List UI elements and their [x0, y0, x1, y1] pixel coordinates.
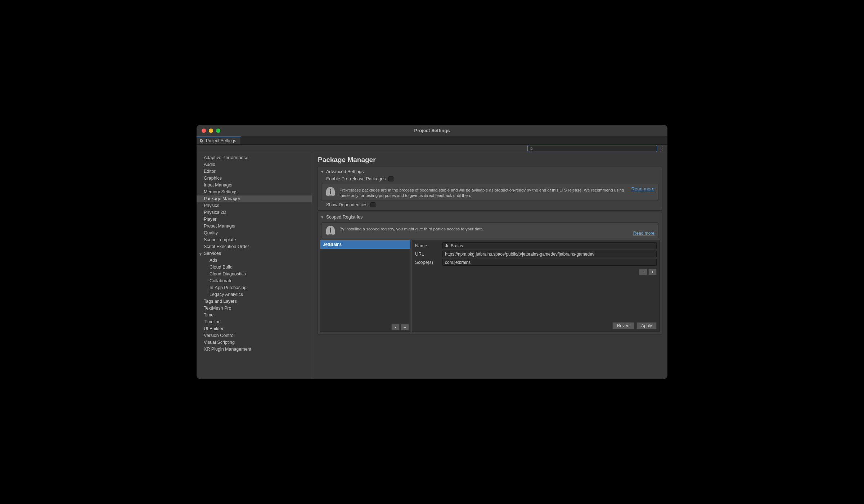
- prerelease-info-text: Pre-release packages are in the process …: [339, 186, 654, 198]
- sidebar-item-audio[interactable]: Audio: [197, 161, 312, 168]
- sidebar-item-label: Timeline: [204, 319, 221, 324]
- remove-scope-button[interactable]: -: [639, 269, 647, 275]
- sidebar-item-editor[interactable]: Editor: [197, 168, 312, 175]
- sidebar-item-preset-manager[interactable]: Preset Manager: [197, 223, 312, 230]
- scoped-info-box: By installing a scoped registry, you mig…: [321, 222, 658, 238]
- more-options-button[interactable]: ⋮: [659, 145, 665, 152]
- collapse-arrow-icon: ▼: [320, 170, 324, 174]
- scoped-info-text: By installing a scoped registry, you mig…: [339, 225, 484, 232]
- sidebar-item-quality[interactable]: Quality: [197, 230, 312, 237]
- sidebar-item-label: Services: [204, 251, 221, 256]
- sidebar-item-physics[interactable]: Physics: [197, 202, 312, 209]
- sidebar-item-label: TextMesh Pro: [204, 306, 231, 311]
- sidebar-item-label: UI Builder: [204, 326, 224, 331]
- sidebar-item-label: Quality: [204, 230, 218, 235]
- scoped-registries-header[interactable]: ▼ Scoped Registries: [320, 214, 660, 221]
- sidebar-item-graphics[interactable]: Graphics: [197, 175, 312, 182]
- project-settings-window: Project Settings Project Settings ⋮ Adap…: [197, 125, 667, 379]
- enable-prerelease-checkbox[interactable]: [388, 176, 393, 181]
- sidebar-item-scene-template[interactable]: Scene Template: [197, 237, 312, 243]
- sidebar-item-cloud-diagnostics[interactable]: Cloud Diagnostics: [197, 271, 312, 278]
- sidebar-item-adaptive-performance[interactable]: Adaptive Performance: [197, 154, 312, 161]
- enable-prerelease-row: Enable Pre-release Packages: [320, 176, 660, 182]
- sidebar-item-time[interactable]: Time: [197, 312, 312, 319]
- sidebar-item-label: Editor: [204, 169, 216, 174]
- registry-body: JetBrains - + Name URL: [320, 240, 660, 332]
- svg-point-4: [330, 228, 331, 229]
- registry-list-buttons: - +: [320, 323, 410, 332]
- scopes-input[interactable]: [442, 259, 657, 266]
- sidebar-item-version-control[interactable]: Version Control: [197, 332, 312, 339]
- sidebar-item-xr-plugin-management[interactable]: XR Plugin Management: [197, 346, 312, 353]
- add-registry-button[interactable]: +: [401, 324, 409, 330]
- sidebar-item-tags-and-layers[interactable]: Tags and Layers: [197, 298, 312, 305]
- main-panel: Package Manager ▼ Advanced Settings Enab…: [312, 152, 667, 379]
- sidebar-item-cloud-build[interactable]: Cloud Build: [197, 264, 312, 271]
- sidebar-item-physics-2d[interactable]: Physics 2D: [197, 209, 312, 216]
- registry-list: JetBrains - +: [320, 240, 410, 332]
- info-icon: [325, 186, 336, 197]
- name-input[interactable]: [442, 242, 657, 249]
- sidebar-item-textmesh-pro[interactable]: TextMesh Pro: [197, 305, 312, 312]
- sidebar-item-player[interactable]: Player: [197, 216, 312, 223]
- toolbar: ⋮: [197, 145, 667, 152]
- url-field-row: URL: [415, 251, 657, 257]
- show-dependencies-label: Show Dependencies: [326, 202, 368, 207]
- sidebar-item-memory-settings[interactable]: Memory Settings: [197, 189, 312, 195]
- sidebar-item-visual-scripting[interactable]: Visual Scripting: [197, 339, 312, 346]
- url-input[interactable]: [442, 251, 657, 257]
- sidebar-item-label: XR Plugin Management: [204, 347, 251, 352]
- remove-registry-button[interactable]: -: [391, 324, 400, 330]
- sidebar-item-label: In-App Purchasing: [210, 285, 247, 290]
- sidebar-item-timeline[interactable]: Timeline: [197, 319, 312, 325]
- details-buttons: Revert Apply: [415, 322, 657, 329]
- add-scope-button[interactable]: +: [648, 269, 657, 275]
- advanced-settings-header[interactable]: ▼ Advanced Settings: [320, 168, 660, 176]
- sidebar-item-label: Adaptive Performance: [204, 155, 248, 160]
- search-input[interactable]: [535, 146, 655, 150]
- body: Adaptive PerformanceAudioEditorGraphicsI…: [197, 152, 667, 379]
- sidebar-item-label: Player: [204, 217, 216, 222]
- url-label: URL: [415, 252, 440, 257]
- svg-line-1: [532, 149, 533, 150]
- scoped-read-more-link[interactable]: Read more: [633, 231, 654, 236]
- revert-button[interactable]: Revert: [612, 322, 634, 329]
- svg-rect-3: [330, 190, 331, 194]
- name-label: Name: [415, 243, 440, 248]
- prerelease-read-more-link[interactable]: Read more: [631, 186, 654, 192]
- sidebar-item-legacy-analytics[interactable]: Legacy Analytics: [197, 291, 312, 298]
- sidebar-item-ui-builder[interactable]: UI Builder: [197, 325, 312, 332]
- sidebar-item-label: Collaborate: [210, 278, 233, 283]
- sidebar-item-services[interactable]: ▼Services: [197, 250, 312, 257]
- tab-bar: Project Settings: [197, 136, 667, 145]
- advanced-settings-panel: ▼ Advanced Settings Enable Pre-release P…: [317, 167, 662, 211]
- sidebar-item-label: Cloud Diagnostics: [210, 271, 246, 276]
- sidebar-item-collaborate[interactable]: Collaborate: [197, 278, 312, 284]
- sidebar-item-label: Time: [204, 312, 213, 318]
- sidebar-item-label: Script Execution Order: [204, 244, 249, 249]
- sidebar-item-label: Physics: [204, 203, 219, 208]
- sidebar-item-label: Tags and Layers: [204, 299, 237, 304]
- svg-point-0: [530, 147, 532, 149]
- sidebar-item-label: Scene Template: [204, 237, 236, 242]
- sidebar-item-label: Memory Settings: [204, 189, 238, 194]
- advanced-settings-title: Advanced Settings: [326, 169, 364, 174]
- sidebar-item-label: Input Manager: [204, 183, 233, 188]
- scopes-field-row: Scope(s): [415, 259, 657, 266]
- sidebar-item-ads[interactable]: Ads: [197, 257, 312, 264]
- tree-arrow-icon: ▼: [199, 251, 202, 257]
- apply-button[interactable]: Apply: [636, 322, 657, 329]
- sidebar-item-package-manager[interactable]: Package Manager: [197, 195, 312, 202]
- search-field[interactable]: [528, 145, 657, 152]
- svg-rect-5: [330, 229, 331, 233]
- sidebar-item-script-execution-order[interactable]: Script Execution Order: [197, 243, 312, 250]
- sidebar-item-input-manager[interactable]: Input Manager: [197, 182, 312, 189]
- tab-project-settings[interactable]: Project Settings: [197, 136, 241, 144]
- registry-item-jetbrains[interactable]: JetBrains: [320, 240, 410, 249]
- name-field-row: Name: [415, 242, 657, 249]
- prerelease-info-box: Pre-release packages are in the process …: [321, 184, 658, 201]
- sidebar-item-in-app-purchasing[interactable]: In-App Purchasing: [197, 284, 312, 291]
- sidebar-item-label: Ads: [210, 258, 217, 263]
- collapse-arrow-icon: ▼: [320, 215, 324, 219]
- show-dependencies-checkbox[interactable]: [370, 202, 375, 207]
